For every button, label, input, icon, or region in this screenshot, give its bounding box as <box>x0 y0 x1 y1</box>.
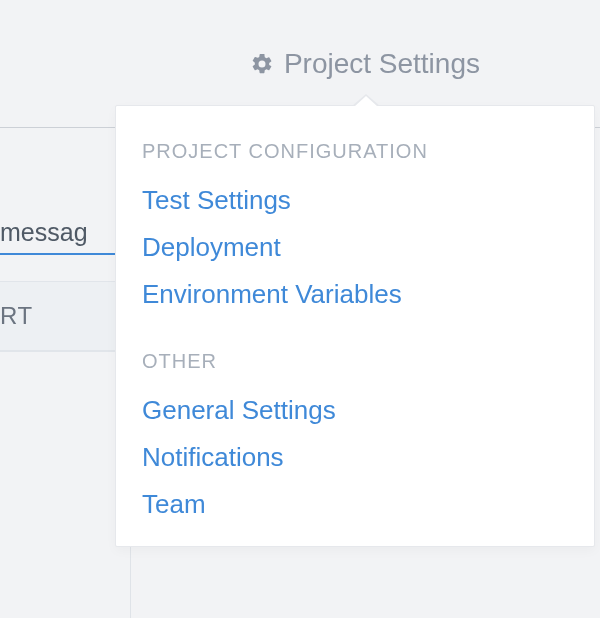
project-settings-dropdown: PROJECT CONFIGURATION Test Settings Depl… <box>115 105 595 547</box>
list-block: RT <box>0 281 130 352</box>
menu-item-environment-variables[interactable]: Environment Variables <box>116 271 594 318</box>
menu-item-test-settings[interactable]: Test Settings <box>116 177 594 224</box>
project-settings-button[interactable]: Project Settings <box>250 48 480 80</box>
menu-item-general-settings[interactable]: General Settings <box>116 387 594 434</box>
menu-item-deployment[interactable]: Deployment <box>116 224 594 271</box>
project-settings-label: Project Settings <box>284 48 480 80</box>
menu-item-notifications[interactable]: Notifications <box>116 434 594 481</box>
gear-icon <box>250 52 274 76</box>
menu-item-team[interactable]: Team <box>116 481 594 528</box>
list-row-fragment: RT <box>0 282 130 351</box>
section-header-other: OTHER <box>116 340 594 387</box>
tab-fragment[interactable]: messag <box>0 172 130 255</box>
background-content: messag RT <box>0 172 130 352</box>
section-header-config: PROJECT CONFIGURATION <box>116 130 594 177</box>
